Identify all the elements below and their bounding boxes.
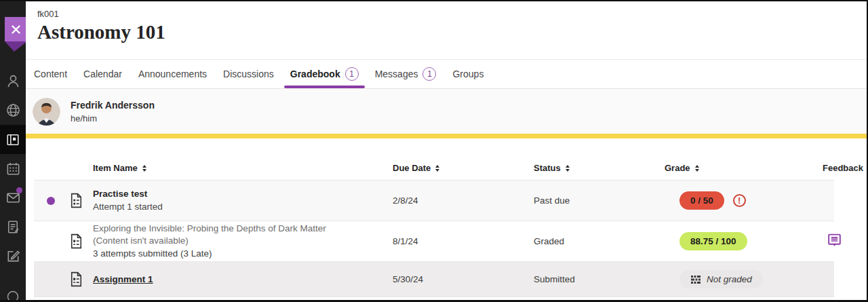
student-banner: Fredrik Andersson he/him — [26, 89, 867, 134]
gradebook-header-row: Item Name Due Date Status Grade — [34, 156, 834, 181]
ribbon-fold — [5, 41, 26, 52]
sidebar-nav — [0, 67, 26, 271]
course-title: Astronomy 101 — [37, 21, 867, 43]
table-row-dark-matter[interactable]: Exploring the Invisible: Probing the Dep… — [34, 221, 834, 262]
due-date: 5/30/24 — [359, 274, 500, 284]
calendar-icon — [5, 161, 21, 176]
accent-divider — [26, 134, 867, 138]
sidebar-item-messages[interactable] — [0, 183, 26, 212]
item-name-link[interactable]: Practise test — [93, 188, 359, 200]
avatar — [33, 98, 60, 126]
sidebar-item-profile[interactable] — [0, 67, 26, 96]
item-name-link[interactable]: Assignment 1 — [93, 273, 359, 286]
grade-pill-not-graded[interactable]: Not graded — [679, 270, 763, 288]
grade-text: Not graded — [707, 274, 752, 284]
grade-pill[interactable]: 88.75 / 100 — [679, 232, 747, 250]
assignment-document-icon — [68, 271, 85, 288]
sidebar-item-help[interactable] — [6, 290, 20, 300]
compose-icon — [5, 248, 21, 264]
tab-label: Gradebook — [290, 69, 340, 79]
course-tabbar: Content Calendar Announcements Discussio… — [26, 60, 867, 89]
tab-label: Discussions — [223, 69, 274, 79]
tab-groups[interactable]: Groups — [444, 60, 492, 88]
column-label: Item Name — [93, 163, 138, 173]
sidebar-item-compose[interactable] — [0, 242, 26, 271]
column-label: Status — [534, 163, 561, 173]
sort-icon — [142, 165, 146, 172]
tab-discussions[interactable]: Discussions — [215, 60, 282, 88]
student-name: Fredrik Andersson — [71, 100, 155, 111]
assignment-document-icon — [68, 233, 85, 250]
profile-icon — [5, 73, 21, 89]
global-sidebar — [0, 1, 26, 300]
notification-dot — [16, 187, 22, 193]
course-panel: fk001 Astronomy 101 Content Calendar Ann… — [26, 1, 867, 300]
column-label: Due Date — [393, 163, 431, 173]
course-header: fk001 Astronomy 101 — [26, 1, 867, 60]
test-document-icon — [68, 192, 85, 209]
help-icon — [6, 290, 20, 300]
item-availability-note: (Content isn't available) — [93, 235, 359, 247]
tab-label: Content — [34, 69, 67, 79]
tab-messages[interactable]: Messages 1 — [367, 60, 445, 88]
item-title: Exploring the Invisible: Probing the Dep… — [93, 223, 326, 233]
courses-icon — [5, 132, 20, 147]
sidebar-item-courses[interactable] — [0, 125, 26, 154]
grade-pill[interactable]: 0 / 50 — [679, 191, 724, 210]
due-date: 2/8/24 — [359, 195, 500, 206]
tab-label: Calendar — [83, 69, 122, 79]
item-name-unavailable: Exploring the Invisible: Probing the Dep… — [93, 223, 359, 247]
globe-icon — [5, 102, 21, 118]
grading-grid-icon — [690, 274, 701, 285]
tab-content[interactable]: Content — [26, 60, 75, 88]
column-label: Feedback — [823, 163, 863, 173]
messages-count-badge: 1 — [422, 67, 436, 81]
column-header-status[interactable]: Status — [500, 163, 631, 173]
due-date: 8/1/24 — [359, 236, 500, 246]
item-attempt-status: 3 attempts submitted (3 Late) — [93, 248, 359, 260]
column-header-grade[interactable]: Grade — [631, 163, 789, 173]
gradebook-count-badge: 1 — [345, 67, 359, 81]
sidebar-item-institution[interactable] — [0, 96, 26, 125]
tab-calendar[interactable]: Calendar — [75, 60, 130, 88]
sort-icon — [566, 165, 570, 172]
sidebar-item-calendar[interactable] — [0, 154, 26, 183]
sort-icon — [435, 165, 439, 172]
tab-announcements[interactable]: Announcements — [130, 60, 215, 88]
sort-icon — [695, 165, 699, 172]
feedback-button[interactable] — [826, 232, 843, 249]
column-header-due-date[interactable]: Due Date — [359, 163, 500, 173]
item-attempt-status: Attempt 1 started — [93, 201, 359, 213]
app-window: fk001 Astronomy 101 Content Calendar Ann… — [0, 0, 868, 302]
status-text: Past due — [500, 195, 631, 206]
feedback-comment-icon — [826, 232, 843, 249]
unread-indicator-dot — [47, 197, 55, 205]
column-label: Grade — [665, 163, 690, 173]
gradebook-table: Item Name Due Date Status Grade — [34, 156, 834, 297]
column-header-item-name[interactable]: Item Name — [93, 163, 359, 173]
student-pronouns: he/him — [71, 113, 155, 124]
gradebook-content: Item Name Due Date Status Grade — [26, 138, 867, 300]
tab-label: Announcements — [138, 69, 207, 79]
course-code: fk001 — [37, 9, 867, 19]
tab-label: Groups — [452, 69, 484, 79]
tab-gradebook[interactable]: Gradebook 1 — [282, 60, 367, 88]
status-text: Graded — [500, 236, 631, 246]
close-course-button[interactable] — [5, 17, 26, 41]
status-text: Submitted — [500, 274, 631, 284]
table-row-practise-test[interactable]: Practise test Attempt 1 started 2/8/24 P… — [34, 181, 834, 221]
close-icon — [11, 24, 21, 35]
grades-icon — [5, 219, 21, 235]
table-row-assignment-1[interactable]: Assignment 1 5/30/24 Submitted Not grade… — [34, 262, 834, 297]
tab-label: Messages — [375, 69, 418, 79]
sidebar-item-grades[interactable] — [0, 212, 26, 242]
warning-icon — [733, 194, 746, 207]
column-header-feedback[interactable]: Feedback — [789, 163, 868, 173]
